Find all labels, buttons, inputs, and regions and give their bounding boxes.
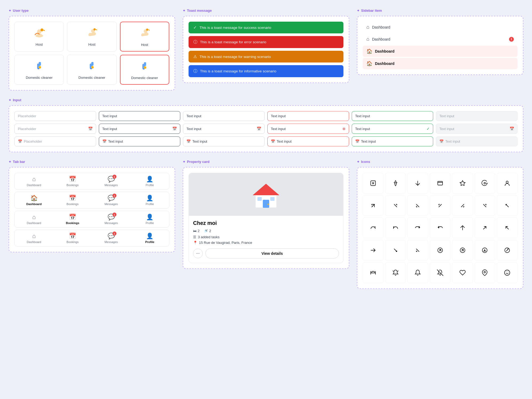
tab-bookings-3[interactable]: 📅 Bookings (53, 213, 92, 226)
property-content: Chez moi 🛏 2 🚿 2 ☰ 3 added tasks (189, 216, 343, 263)
icon-grid-item[interactable] (430, 173, 451, 194)
icon-bed[interactable] (363, 262, 384, 283)
icon-grid-item[interactable] (452, 195, 473, 216)
tab-messages-2[interactable]: 💬 1 Messages (92, 194, 131, 207)
input-error-2[interactable]: Text input ⊗ (267, 124, 349, 134)
icon-location-pin[interactable] (475, 262, 495, 283)
icon-grid-item[interactable] (452, 217, 473, 238)
icon-grid-item[interactable] (385, 240, 406, 261)
tab-profile-1[interactable]: 👤 Profile (131, 175, 169, 188)
input-error-3[interactable]: 📅 Text input (267, 136, 349, 146)
input-text-15: Text input (192, 139, 261, 143)
svg-rect-8 (96, 29, 97, 30)
icon-grid-item[interactable] (363, 240, 384, 261)
property-view-details-button[interactable]: View details (205, 248, 339, 259)
toast-success-icon: ✓ (193, 25, 197, 30)
icon-grid-item[interactable] (475, 217, 495, 238)
input-focused-3[interactable]: 📅 Text input (99, 136, 181, 146)
icon-grid-item[interactable] (407, 173, 428, 194)
tab-dashboard-1[interactable]: ⌂ Dashboard (15, 175, 53, 188)
tab-messages-3[interactable]: 💬 1 Messages (92, 213, 131, 226)
icon-grid-item[interactable] (407, 195, 428, 216)
tab-bookings-1[interactable]: 📅 Bookings (53, 175, 92, 188)
input-placeholder-3[interactable]: 📅 Placeholder (14, 136, 96, 146)
sidebar-item-3[interactable]: 🏠 Dashboard (363, 46, 518, 57)
address-text: 15 Rue de Vaugirad, Paris, France (199, 241, 252, 245)
user-card-host-1[interactable]: Host (14, 22, 64, 52)
icon-grid-item[interactable] (497, 173, 518, 194)
icon-grid-item[interactable] (363, 173, 384, 194)
sidebar-home-icon-4: 🏠 (366, 61, 372, 66)
check-icon: ✓ (427, 127, 430, 131)
tab-profile-4[interactable]: 👤 Profile (131, 232, 169, 245)
sidebar-item-1[interactable]: ⌂ Dashboard (363, 22, 518, 33)
icon-grid-item[interactable] (407, 217, 428, 238)
icon-grid-item[interactable] (497, 217, 518, 238)
icon-smiley[interactable] (497, 262, 518, 283)
toast-warning: ⚠ This is a toast message for warning sc… (189, 51, 343, 62)
tab-bookings-icon-4: 📅 (69, 233, 76, 240)
icon-grid-item[interactable] (475, 173, 495, 194)
tab-profile-2[interactable]: 👤 Profile (131, 194, 169, 207)
tab-messages-1[interactable]: 💬 1 Messages (92, 175, 131, 188)
icon-grid-item[interactable] (430, 217, 451, 238)
input-focused-1[interactable]: Text input (99, 111, 181, 121)
icons-label: Icons (357, 160, 523, 164)
icon-grid-item[interactable] (385, 217, 406, 238)
tab-dashboard-2[interactable]: 🏠 Dashboard (15, 194, 53, 207)
icon-grid-item[interactable] (385, 173, 406, 194)
sidebar-item-4[interactable]: 🏠 Dashboard (363, 58, 518, 69)
icon-grid-item[interactable] (385, 195, 406, 216)
icon-grid-item[interactable] (452, 240, 473, 261)
user-card-host-2[interactable]: Host (67, 22, 116, 52)
user-type-section: User type (9, 9, 175, 91)
icon-grid-item[interactable] (452, 173, 473, 194)
tab-messages-4[interactable]: 💬 1 Messages (92, 232, 131, 245)
tab-dashboard-4[interactable]: ⌂ Dashboard (15, 232, 53, 245)
icon-bell-off[interactable] (430, 262, 451, 283)
sidebar-item-2[interactable]: ⌂ Dashboard 1 (363, 34, 518, 45)
input-normal-1[interactable]: Text input (183, 111, 265, 121)
user-card-cleaner-2[interactable]: Domestic cleaner (67, 55, 116, 85)
property-more-button[interactable]: ··· (193, 249, 203, 258)
input-focused-2[interactable]: Text input 📅 (99, 124, 181, 134)
icon-grid-item[interactable] (363, 217, 384, 238)
user-card-cleaner-1[interactable]: Domestic cleaner (14, 55, 64, 85)
icon-grid-item[interactable] (475, 195, 495, 216)
icon-grid-item[interactable] (475, 240, 495, 261)
icon-grid-item[interactable] (363, 195, 384, 216)
icon-grid-item[interactable] (407, 240, 428, 261)
tab-profile-3[interactable]: 👤 Profile (131, 213, 169, 226)
input-normal-3[interactable]: 📅 Text input (183, 136, 265, 146)
input-normal-2[interactable]: Text input 📅 (183, 124, 265, 134)
icon-grid-item[interactable] (430, 195, 451, 216)
input-success-2[interactable]: Text input ✓ (352, 124, 433, 134)
svg-marker-29 (253, 184, 279, 195)
input-placeholder-1[interactable]: Placeholder (14, 111, 96, 121)
user-card-cleaner-3[interactable]: Domestic cleaner (120, 55, 169, 85)
icon-grid-item[interactable] (497, 240, 518, 261)
svg-rect-27 (143, 69, 144, 69)
input-disabled-3: 📅 Text input (436, 136, 518, 146)
icon-heart[interactable] (452, 262, 473, 283)
input-error-1[interactable]: Text input (267, 111, 349, 121)
toast-error-text: This is a toast message for error scenar… (200, 40, 266, 44)
tab-bookings-2[interactable]: 📅 Bookings (53, 194, 92, 207)
input-text-9: Text input (186, 127, 255, 131)
icon-grid-item[interactable] (430, 240, 451, 261)
tab-bookings-4[interactable]: 📅 Bookings (53, 232, 92, 245)
user-card-host-3[interactable]: Host (120, 22, 169, 52)
tab-dashboard-3[interactable]: ⌂ Dashboard (15, 213, 53, 226)
icon-bell[interactable] (407, 262, 428, 283)
icon-grid-item[interactable] (497, 195, 518, 216)
tab-profile-label-4: Profile (145, 240, 154, 244)
icon-bell-ringing[interactable] (385, 262, 406, 283)
tab-dashboard-icon-3: ⌂ (32, 214, 36, 221)
svg-point-6 (93, 28, 96, 30)
input-placeholder-2[interactable]: Placeholder 📅 (14, 124, 96, 134)
svg-point-16 (39, 67, 40, 68)
tab-messages-label-1: Messages (104, 183, 118, 187)
input-success-3[interactable]: 📅 Text input (352, 136, 433, 146)
input-success-1[interactable]: Text input (352, 111, 433, 121)
sidebar-item-3-label: Dashboard (375, 49, 514, 53)
